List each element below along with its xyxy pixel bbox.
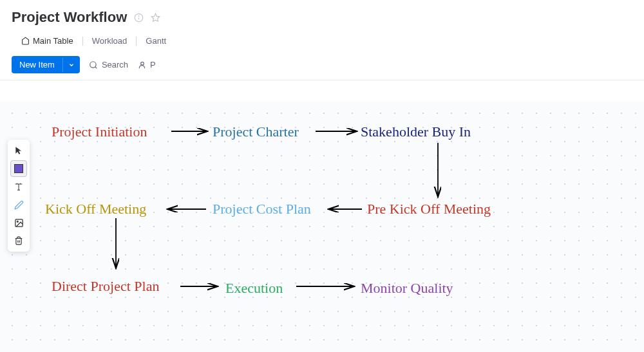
diagram-node[interactable]: Pre Kick Off Meeting [367, 201, 491, 218]
diagram-node[interactable]: Direct Project Plan [52, 278, 159, 295]
person-filter-button[interactable]: P [137, 60, 156, 69]
new-item-label[interactable]: New Item [12, 56, 62, 73]
diagram-node[interactable]: Project Charter [213, 124, 299, 140]
search-button[interactable]: Search [89, 60, 128, 69]
whiteboard-canvas[interactable]: Project InitiationProject CharterStakeho… [0, 101, 644, 352]
tab-gantt[interactable]: Gantt [137, 32, 175, 50]
tool-shape[interactable] [10, 160, 27, 177]
svg-point-4 [90, 61, 96, 67]
square-icon [14, 164, 23, 173]
tool-palette [8, 140, 30, 252]
home-icon [21, 37, 30, 46]
new-item-button[interactable]: New Item [12, 56, 80, 73]
tool-pencil[interactable] [10, 196, 27, 213]
tab-label: Gantt [146, 36, 166, 46]
page-title: Project Workflow [12, 9, 127, 26]
search-label: Search [102, 60, 128, 69]
diagram-node[interactable]: Monitor Quality [361, 280, 453, 297]
diagram-node[interactable]: Execution [225, 280, 283, 297]
tool-pointer[interactable] [10, 142, 27, 159]
tool-delete[interactable] [10, 232, 27, 249]
tab-workload[interactable]: Workload [83, 32, 137, 50]
new-item-dropdown[interactable] [62, 58, 80, 72]
svg-point-8 [17, 221, 18, 222]
person-icon [137, 60, 147, 69]
diagram-node[interactable]: Project Initiation [52, 124, 147, 140]
tool-text[interactable] [10, 178, 27, 195]
diagram-node[interactable]: Kick Off Meeting [45, 201, 146, 218]
svg-line-5 [95, 66, 97, 68]
search-icon [89, 60, 99, 69]
tab-main-table[interactable]: Main Table [12, 32, 82, 50]
svg-marker-3 [151, 14, 160, 21]
info-icon[interactable] [133, 12, 144, 23]
svg-point-2 [138, 15, 139, 16]
star-icon[interactable] [150, 12, 160, 23]
tab-label: Workload [92, 36, 128, 46]
tool-image[interactable] [10, 214, 27, 231]
diagram-node[interactable]: Stakeholder Buy In [361, 124, 471, 140]
person-label: P [150, 60, 156, 69]
svg-point-6 [140, 62, 144, 65]
diagram-node[interactable]: Project Cost Plan [213, 201, 311, 218]
tab-label: Main Table [33, 36, 73, 46]
